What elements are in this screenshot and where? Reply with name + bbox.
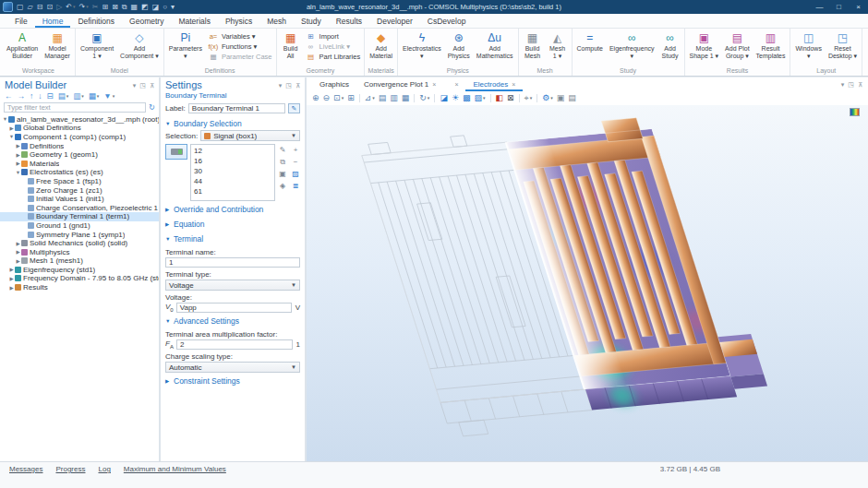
tree-expand-icon[interactable]: ▶: [15, 143, 21, 149]
color-table-icon[interactable]: ▨▾: [474, 94, 485, 102]
paste-icon[interactable]: ⊠: [112, 0, 118, 14]
material-rendering-icon[interactable]: ◧: [496, 94, 504, 102]
mesh-1-button[interactable]: ◭Mesh 1 ▾: [546, 30, 570, 66]
lock-axis-icon[interactable]: ⊠: [507, 94, 514, 102]
pin-panel-icon[interactable]: ⊼: [858, 81, 862, 88]
move-down-icon[interactable]: ↓: [38, 92, 42, 101]
selection-list-value[interactable]: 16: [194, 156, 271, 166]
parameter-case-button[interactable]: ▦Parameter Case: [208, 53, 272, 62]
tree-item[interactable]: ▶Materials: [0, 159, 159, 168]
customize-toolbar-icon[interactable]: ▾: [171, 0, 175, 14]
back-icon[interactable]: ←: [5, 92, 13, 101]
panel-menu-icon[interactable]: ▾: [279, 82, 283, 89]
tab-unnamed[interactable]: ×: [443, 77, 465, 91]
add-mathematics-button[interactable]: ΔuAdd Mathematics: [474, 30, 516, 66]
menu-file[interactable]: File: [7, 14, 35, 28]
factor-input[interactable]: 2: [176, 339, 293, 350]
sort-options-icon[interactable]: ▦▾: [89, 92, 100, 101]
tree-item[interactable]: ▶Solid Mechanics (solid) (solid): [0, 239, 159, 248]
view-xy-plane-icon[interactable]: ▤: [379, 94, 387, 102]
environment-reflections-icon[interactable]: ▩: [463, 94, 471, 102]
move-up-icon[interactable]: ↑: [30, 92, 33, 101]
save-icon[interactable]: ⊟: [37, 0, 43, 14]
zoom-to-selection-icon[interactable]: ▨: [291, 169, 300, 180]
statusbar-link-messages[interactable]: Messages: [9, 465, 42, 473]
view-yz-plane-icon[interactable]: ▥: [390, 94, 398, 102]
tree-item[interactable]: Ground 1 (gnd1): [0, 221, 159, 231]
tree-item[interactable]: ▶Global Definitions: [0, 124, 159, 133]
forward-icon[interactable]: →: [18, 92, 26, 101]
graphics-viewport[interactable]: [307, 105, 868, 461]
tree-collapse-icon[interactable]: ▼: [15, 170, 21, 175]
color-legend-icon[interactable]: [850, 108, 860, 116]
tree-item[interactable]: ▼Electrostatics (es) (es): [0, 168, 159, 177]
selection-list-value[interactable]: 12: [194, 146, 271, 156]
model-manager-button[interactable]: ▦Model Manager: [42, 30, 73, 66]
close-icon[interactable]: ×: [849, 0, 868, 14]
statusbar-link-progress[interactable]: Progress: [55, 465, 85, 473]
statusbar-link-log[interactable]: Log: [98, 465, 110, 473]
menu-definitions[interactable]: Definitions: [70, 14, 122, 28]
selection-list-value[interactable]: 44: [194, 176, 271, 186]
tree-item[interactable]: Free Space 1 (fsp1): [0, 177, 159, 186]
tree-item[interactable]: ▶Definitions: [0, 141, 159, 150]
tab-electrodes[interactable]: Electrodes×: [465, 77, 523, 91]
selection-attributes-icon[interactable]: ◈: [278, 181, 287, 192]
windows-button[interactable]: ◫Windows ▾: [792, 30, 824, 66]
add-component-button[interactable]: ◇Add Component ▾: [117, 30, 162, 66]
close-tab-icon[interactable]: ×: [454, 81, 458, 88]
selection-list-value[interactable]: 61: [194, 186, 271, 196]
undo-icon[interactable]: ↶▾: [66, 0, 75, 14]
import-button[interactable]: ⊞Import: [306, 32, 361, 42]
menu-csdevelop[interactable]: CsDevelop: [420, 14, 474, 28]
tree-item[interactable]: ▶Mesh 1 (mesh1): [0, 256, 159, 266]
pin-panel-icon[interactable]: ⊼: [150, 82, 154, 89]
selection-input-toggle[interactable]: [165, 144, 187, 160]
menu-results[interactable]: Results: [329, 14, 369, 28]
filter-options-icon[interactable]: ▼▾: [103, 92, 115, 101]
copy-icon[interactable]: ⊞: [102, 0, 108, 14]
tree-item[interactable]: ▼Component 1 (comp1) (comp1): [0, 133, 159, 142]
selection-dropdown[interactable]: Signal (box1) ▼: [200, 130, 300, 141]
charge-scaling-dropdown[interactable]: Automatic ▼: [165, 362, 300, 373]
tree-item[interactable]: Initial Values 1 (init1): [0, 195, 159, 204]
tree-item[interactable]: Charge Conservation, Piezoelectric 1 (cc…: [0, 203, 159, 212]
rotate-view-icon[interactable]: ↻▾: [419, 94, 429, 102]
functions-button[interactable]: f(x)Functions ▾: [208, 42, 272, 52]
run-icon[interactable]: ▷: [56, 0, 62, 14]
tree-expand-icon[interactable]: ▶: [8, 276, 15, 281]
compute-button[interactable]: =Compute: [574, 30, 606, 66]
tree-item[interactable]: ▼aln_lamb_wave_resonator_3d__.mph (root): [0, 115, 159, 125]
tree-expand-icon[interactable]: ▶: [15, 249, 21, 255]
tree-expand-icon[interactable]: ▶: [15, 161, 21, 166]
tree-item[interactable]: ▶Eigenfrequency (std1): [0, 266, 159, 275]
update-solution-icon[interactable]: ◩: [141, 0, 149, 14]
scene-light-icon[interactable]: ☀: [452, 94, 459, 102]
minimize-icon[interactable]: —: [810, 0, 829, 14]
tree-item[interactable]: ▶Frequency Domain - 7.95 to 8.05 GHz (st…: [0, 274, 159, 283]
menu-materials[interactable]: Materials: [171, 14, 217, 28]
tree-expand-icon[interactable]: ▶: [8, 125, 15, 131]
section-advanced-settings[interactable]: ▼ Advanced Settings: [161, 313, 305, 327]
create-selection-icon[interactable]: ✎: [278, 145, 287, 156]
section-constraint-settings[interactable]: ▶ Constraint Settings: [161, 373, 305, 387]
label-input[interactable]: Boundary Terminal 1: [188, 103, 285, 113]
mode-shape-button[interactable]: ▣Mode Shape 1 ▾: [687, 30, 722, 66]
snapshot-icon[interactable]: ▣: [557, 94, 565, 102]
zoom-extents-icon[interactable]: ⊡▾: [333, 94, 344, 102]
panel-menu-icon[interactable]: ▾: [133, 82, 137, 89]
float-panel-icon[interactable]: ◳: [848, 81, 854, 88]
paste-selection-icon[interactable]: ▣: [278, 169, 287, 180]
component-1-button[interactable]: ▣Component 1 ▾: [78, 30, 116, 66]
cut-icon[interactable]: ✂: [92, 0, 99, 14]
add-study-button[interactable]: ∞Add Study: [658, 30, 682, 66]
float-panel-icon[interactable]: ◳: [285, 82, 292, 89]
section-terminal[interactable]: ▼ Terminal: [161, 231, 305, 245]
selection-list-value[interactable]: 30: [194, 166, 271, 176]
tree-item[interactable]: ▶Results: [0, 283, 159, 292]
eigenfrequency-button[interactable]: ∞Eigenfrequency ▾: [607, 30, 657, 66]
tab-convergence-plot-1[interactable]: Convergence Plot 1×: [356, 77, 443, 91]
zoom-out-icon[interactable]: ⊖: [323, 94, 331, 102]
tree-item[interactable]: ▶Multiphysics: [0, 247, 159, 256]
voltage-input[interactable]: Vapp: [176, 303, 292, 313]
